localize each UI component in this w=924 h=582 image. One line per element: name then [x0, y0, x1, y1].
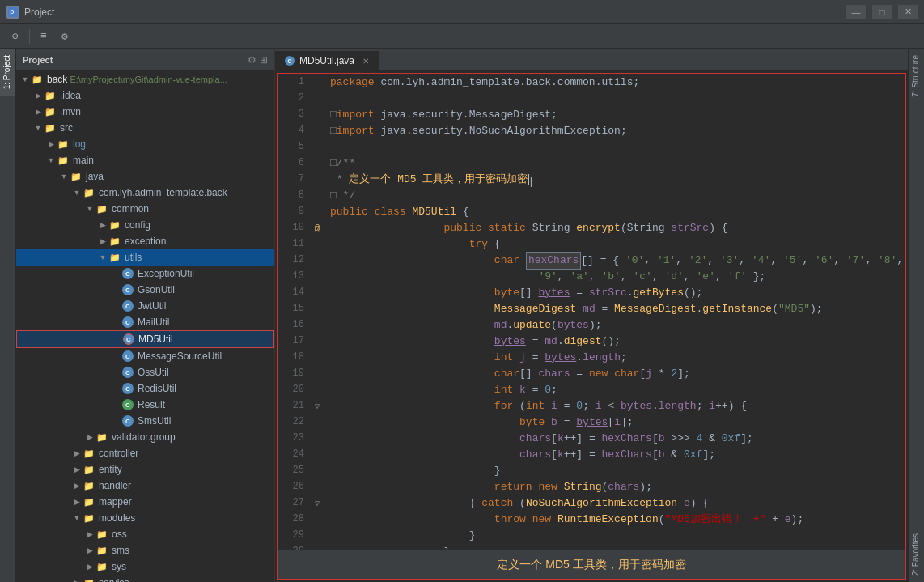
gutter-19 — [311, 366, 324, 382]
expand-icon[interactable]: ⊞ — [260, 54, 268, 66]
tree-label-sys: sys — [112, 561, 126, 572]
tree-item-sys[interactable]: ▶ 📁 sys — [16, 559, 274, 575]
folder-exception-icon: 📁 — [108, 235, 121, 248]
linenum-27: 27 — [278, 495, 304, 512]
tree-label-ossutil: OssUtil — [138, 367, 169, 378]
panel-title: Project — [23, 55, 53, 65]
sidebar-tab-structure[interactable]: 7: Structure — [909, 49, 924, 104]
tree-item-handler[interactable]: ▶ 📁 handler — [16, 478, 274, 494]
arrow-oss: ▶ — [84, 530, 95, 538]
tree-item-result[interactable]: C Result — [16, 397, 274, 413]
code-line-6: □/** — [330, 155, 898, 172]
tree-label-handler: handler — [99, 480, 131, 491]
linenum-20: 20 — [278, 382, 304, 398]
minimize-button[interactable]: — — [846, 5, 866, 19]
project-panel: Project ⚙ ⊞ ▼ 📁 back E:\myProject\myGit\… — [16, 49, 275, 582]
linenum-18: 18 — [278, 350, 304, 366]
minus-icon[interactable]: — — [77, 28, 95, 45]
tree-item-java[interactable]: ▼ 📁 java — [16, 168, 274, 185]
java-gsonutil-icon: C — [121, 283, 134, 296]
settings-icon[interactable]: ⚙ — [56, 28, 74, 45]
java-result-icon: C — [121, 398, 134, 411]
tree-item-controller[interactable]: ▶ 📁 controller — [16, 445, 274, 461]
tree-item-common[interactable]: ▼ 📁 common — [16, 201, 274, 217]
linenum-16: 16 — [278, 317, 304, 333]
linenum-2: 2 — [278, 91, 304, 107]
tree-item-ossutil[interactable]: C OssUtil — [16, 364, 274, 380]
gutter-28 — [311, 512, 324, 528]
gutter-29 — [311, 528, 324, 544]
tree-item-com[interactable]: ▼ 📁 com.lyh.admin_template.back — [16, 185, 274, 201]
tree-item-sms[interactable]: ▶ 📁 sms — [16, 542, 274, 559]
globe-icon[interactable]: ⊕ — [6, 28, 24, 45]
arrow-main: ▼ — [45, 156, 57, 164]
linenum-25: 25 — [278, 463, 304, 479]
tree-item-back[interactable]: ▼ 📁 back E:\myProject\myGit\admin-vue-te… — [16, 71, 274, 87]
maximize-button[interactable]: □ — [872, 5, 892, 19]
arrow-modules: ▼ — [71, 514, 83, 522]
folder-oss-icon: 📁 — [95, 528, 108, 541]
tree-item-modules[interactable]: ▼ 📁 modules — [16, 510, 274, 526]
tree-item-jwtutil[interactable]: C JwtUtil — [16, 298, 274, 314]
gear-icon[interactable]: ⚙ — [248, 54, 256, 66]
tree-item-config[interactable]: ▶ 📁 config — [16, 217, 274, 233]
tree-item-smsutil[interactable]: C SmsUtil — [16, 413, 274, 429]
panel-header: Project ⚙ ⊞ — [16, 49, 274, 71]
arrow-idea: ▶ — [32, 91, 44, 100]
folder-handler-icon: 📁 — [83, 479, 95, 492]
sidebar-item-project[interactable]: 1: Project — [0, 49, 15, 96]
tree-label-smsutil: SmsUtil — [138, 415, 171, 427]
tree-item-mapper[interactable]: ▶ 📁 mapper — [16, 494, 274, 510]
linenum-22: 22 — [278, 414, 304, 431]
tree-item-service[interactable]: ▶ 📁 service — [16, 575, 274, 582]
tree-item-src[interactable]: ▼ 📁 src — [16, 120, 274, 136]
tree-item-exception[interactable]: ▶ 📁 exception — [16, 233, 274, 249]
linenum-7: 7 — [278, 172, 304, 188]
java-md5util-icon: C — [122, 333, 135, 346]
tree-item-mailutil[interactable]: C MailUtil — [16, 314, 274, 330]
tree-label-java: java — [86, 171, 104, 182]
tab-close-icon[interactable]: ✕ — [362, 57, 369, 66]
folder-mapper-icon: 📁 — [83, 495, 95, 508]
tree-label-exception: exception — [125, 236, 166, 247]
code-border: 1 2 3 4 5 6 7 8 9 10 11 12 13 14 — [277, 73, 906, 580]
arrow-mvn: ▶ — [32, 108, 44, 116]
arrow-config: ▶ — [97, 221, 108, 229]
list-icon[interactable]: ≡ — [35, 28, 53, 45]
tree-label-log: log — [73, 138, 86, 150]
code-editor: 1 2 3 4 5 6 7 8 9 10 11 12 13 14 — [278, 74, 905, 550]
tree-item-gsonutil[interactable]: C GsonUtil — [16, 282, 274, 298]
folder-utils-icon: 📁 — [108, 251, 121, 264]
tree-item-log[interactable]: ▶ 📁 log — [16, 136, 274, 152]
tree-item-exceptionutil[interactable]: C ExceptionUtil — [16, 266, 274, 282]
tree-item-main[interactable]: ▼ 📁 main — [16, 152, 274, 168]
tree-item-utils[interactable]: ▼ 📁 utils — [16, 249, 274, 266]
arrow-back: ▼ — [19, 75, 31, 83]
window-controls[interactable]: — □ ✕ — [846, 5, 918, 19]
folder-back-icon: 📁 — [31, 73, 44, 86]
arrow-sms: ▶ — [84, 546, 95, 554]
tree-item-validator[interactable]: ▶ 📁 validator.group — [16, 429, 274, 445]
arrow-java: ▼ — [58, 172, 70, 181]
tree-label-utils: utils — [125, 252, 142, 263]
code-line-4: □import java.security.NoSuchAlgorithmExc… — [330, 123, 898, 139]
right-side-tabs: 7: Structure 2: Favorites — [908, 49, 924, 582]
gutter-3 — [311, 107, 324, 123]
java-exceptionutil-icon: C — [121, 267, 134, 280]
close-button[interactable]: ✕ — [898, 5, 918, 19]
tree-item-messagesourceutil[interactable]: C MessageSourceUtil — [16, 348, 274, 364]
gutter-18 — [311, 350, 324, 366]
tree-item-idea[interactable]: ▶ 📁 .idea — [16, 87, 274, 104]
tree-item-redisutil[interactable]: C RedisUtil — [16, 380, 274, 397]
code-content[interactable]: package com.lyh.admin_template.back.comm… — [324, 74, 905, 550]
arrow-common: ▼ — [84, 205, 95, 213]
tree-item-md5util[interactable]: C MD5Util — [16, 330, 274, 348]
tree-label-sms: sms — [112, 545, 129, 556]
tree-item-entity[interactable]: ▶ 📁 entity — [16, 461, 274, 478]
tree-item-oss[interactable]: ▶ 📁 oss — [16, 526, 274, 542]
linenum-5: 5 — [278, 139, 304, 155]
tab-md5util[interactable]: C MD5Util.java ✕ — [275, 51, 379, 70]
sidebar-tab-favorites[interactable]: 2: Favorites — [909, 527, 924, 582]
folder-log-icon: 📁 — [57, 138, 70, 151]
tree-item-mvn[interactable]: ▶ 📁 .mvn — [16, 104, 274, 120]
